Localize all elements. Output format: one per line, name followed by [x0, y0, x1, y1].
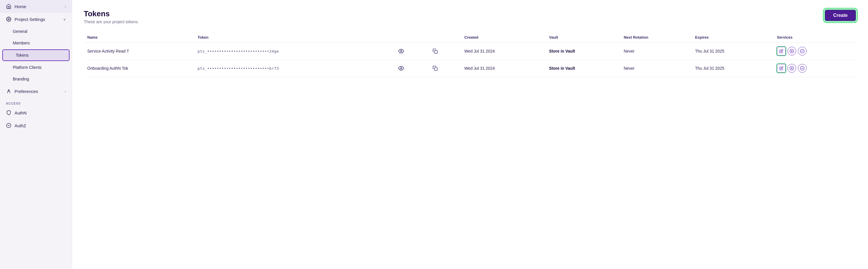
sidebar-members-label: Members [13, 41, 30, 45]
sidebar-item-preferences[interactable]: Preferences › [0, 85, 72, 98]
row-actions [777, 64, 853, 73]
authz-icon [6, 123, 12, 128]
sidebar: Home › Project Settings ∨ General Member… [0, 0, 72, 269]
col-vault: Vault [546, 32, 620, 43]
sidebar-home-label: Home [14, 4, 26, 9]
table-header-row: Name Token Created Vault Next Rotation E… [84, 32, 856, 43]
copy-token-button[interactable] [431, 65, 439, 72]
authn-icon [6, 110, 12, 115]
token-value: pts_••••••••••••••••••••••••••br73 [194, 60, 394, 77]
token-created: Wed Jul 31 2024 [461, 43, 546, 60]
svg-point-0 [8, 19, 9, 20]
add-token-button[interactable] [787, 47, 796, 56]
remove-token-button[interactable] [798, 64, 807, 73]
page-title-group: Tokens These are your project tokens. [84, 9, 139, 24]
svg-point-10 [401, 68, 402, 69]
svg-rect-11 [435, 68, 437, 71]
sidebar-branding-label: Branding [13, 77, 29, 81]
token-copy-cell [428, 43, 461, 60]
page-title: Tokens [84, 9, 139, 18]
sidebar-general-label: General [13, 29, 27, 34]
row-actions [777, 47, 853, 56]
edit-token-button[interactable] [777, 47, 786, 56]
sidebar-platform-clients-label: Platform Clients [13, 65, 41, 70]
token-expires: Thu Jul 31 2025 [692, 43, 773, 60]
token-copy-cell [428, 60, 461, 77]
sidebar-item-members[interactable]: Members [0, 37, 72, 49]
token-eye-cell [394, 60, 428, 77]
svg-rect-4 [435, 51, 437, 54]
svg-point-1 [8, 90, 9, 91]
settings-icon [6, 16, 12, 22]
sidebar-project-settings-label: Project Settings [14, 17, 45, 22]
remove-token-button[interactable] [798, 47, 807, 56]
reveal-token-button[interactable] [397, 64, 405, 72]
token-value: pts_••••••••••••••••••••••••••24ge [194, 43, 394, 60]
sidebar-item-branding[interactable]: Branding [0, 73, 72, 85]
token-services [773, 43, 856, 60]
sidebar-item-authz[interactable]: AuthZ [0, 119, 72, 132]
copy-token-button[interactable] [431, 47, 439, 55]
sidebar-tokens-label: Tokens [16, 53, 29, 58]
chevron-right-icon-pref: › [65, 89, 66, 94]
chevron-down-icon: ∨ [63, 17, 66, 22]
token-name: Onboarding AuthN Tok [84, 60, 194, 77]
page-header: Tokens These are your project tokens. Cr… [84, 9, 856, 24]
edit-token-button[interactable] [777, 64, 786, 73]
token-next-rotation: Never [620, 60, 691, 77]
col-expires: Expires [692, 32, 773, 43]
add-token-button[interactable] [787, 64, 796, 73]
token-name: Service Activity Read T [84, 43, 194, 60]
chevron-right-icon: › [65, 4, 66, 9]
svg-point-3 [401, 51, 402, 52]
token-expires: Thu Jul 31 2025 [692, 60, 773, 77]
reveal-token-button[interactable] [397, 47, 405, 55]
create-button[interactable]: Create [825, 9, 856, 22]
main-content: Tokens These are your project tokens. Cr… [72, 0, 868, 269]
sidebar-preferences-label: Preferences [14, 89, 38, 94]
sidebar-item-platform-clients[interactable]: Platform Clients [0, 62, 72, 73]
home-icon [6, 3, 12, 9]
preferences-icon [6, 88, 12, 94]
table-row: Service Activity Read T pts_••••••••••••… [84, 43, 856, 60]
col-services: Services [773, 32, 856, 43]
col-next-rotation: Next Rotation [620, 32, 691, 43]
token-eye-cell [394, 43, 428, 60]
sidebar-item-general[interactable]: General [0, 26, 72, 37]
sidebar-authn-label: AuthN [14, 110, 27, 115]
token-vault: Store in Vault [546, 43, 620, 60]
tokens-table: Name Token Created Vault Next Rotation E… [84, 32, 856, 77]
sidebar-authz-label: AuthZ [14, 123, 26, 128]
col-name: Name [84, 32, 194, 43]
page-subtitle: These are your project tokens. [84, 20, 139, 24]
token-created: Wed Jul 31 2024 [461, 60, 546, 77]
sidebar-item-tokens[interactable]: Tokens [2, 49, 69, 61]
token-services [773, 60, 856, 77]
col-created: Created [461, 32, 546, 43]
sidebar-item-authn[interactable]: AuthN [0, 106, 72, 119]
col-token: Token [194, 32, 461, 43]
sidebar-item-project-settings[interactable]: Project Settings ∨ [0, 13, 72, 26]
token-vault: Store in Vault [546, 60, 620, 77]
sidebar-item-home[interactable]: Home › [0, 0, 72, 13]
table-row: Onboarding AuthN Tok pts_•••••••••••••••… [84, 60, 856, 77]
token-next-rotation: Never [620, 43, 691, 60]
access-section-label: ACCESS [0, 98, 72, 106]
